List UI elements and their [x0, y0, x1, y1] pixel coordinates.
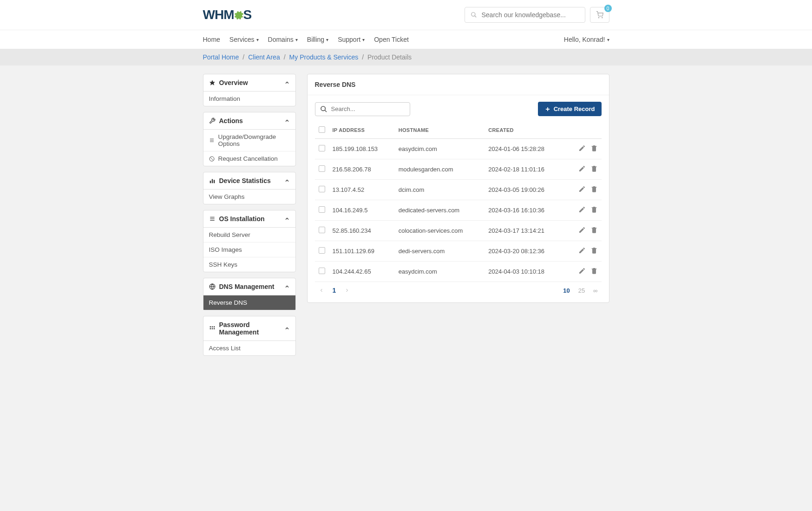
table-row: 104.244.42.65easydcim.com2024-04-03 10:1… — [315, 262, 602, 282]
sidebar-item-label: SSH Keys — [209, 261, 238, 268]
cell-host: modulesgarden.com — [395, 159, 485, 180]
pager-prev-icon[interactable] — [319, 288, 324, 293]
cell-host: dcim.com — [395, 180, 485, 200]
cart-button[interactable]: 0 — [590, 7, 609, 23]
item-icon — [209, 138, 215, 143]
panel-header-device-statistics[interactable]: Device Statistics — [203, 172, 295, 190]
table-search-input[interactable] — [331, 105, 409, 112]
row-checkbox[interactable] — [319, 145, 325, 151]
sidebar-item-upgrade-downgrade-options[interactable]: Upgrade/Downgrade Options — [203, 130, 295, 151]
svg-line-25 — [325, 110, 327, 112]
column-header[interactable]: CREATED — [485, 122, 564, 139]
table-search[interactable] — [315, 102, 410, 116]
create-record-button[interactable]: Create Record — [538, 102, 602, 116]
svg-rect-12 — [213, 180, 214, 183]
cell-created: 2024-03-16 16:10:36 — [485, 200, 564, 221]
delete-icon[interactable] — [590, 247, 598, 254]
panel-header-password-management[interactable]: Password Management — [203, 316, 295, 341]
row-checkbox[interactable] — [319, 247, 325, 254]
logo[interactable]: WHM S — [203, 7, 252, 22]
edit-icon[interactable] — [578, 165, 586, 172]
kb-search-input[interactable] — [482, 11, 579, 19]
pager-next-icon[interactable] — [344, 288, 350, 293]
sidebar-item-label: Rebuild Server — [209, 231, 250, 238]
select-all-checkbox[interactable] — [319, 126, 325, 133]
panel-header-dns-management[interactable]: DNS Management — [203, 278, 295, 295]
edit-icon[interactable] — [578, 247, 586, 254]
dns-management-icon — [209, 283, 216, 290]
dns-table: IP ADDRESSHOSTNAMECREATED 185.199.108.15… — [315, 122, 602, 282]
sidebar-item-information[interactable]: Information — [203, 92, 295, 106]
svg-point-2 — [598, 17, 599, 18]
nav-item-open-ticket[interactable]: Open Ticket — [374, 36, 409, 43]
sidebar-item-reverse-dns[interactable]: Reverse DNS — [203, 295, 295, 310]
chevron-down-icon: ▾ — [362, 37, 365, 42]
chevron-up-icon — [284, 284, 290, 289]
row-checkbox[interactable] — [319, 165, 325, 172]
device-statistics-icon — [209, 177, 216, 184]
delete-icon[interactable] — [590, 206, 598, 213]
column-header[interactable]: IP ADDRESS — [329, 122, 395, 139]
edit-icon[interactable] — [578, 185, 586, 193]
sidebar-item-rebuild-server[interactable]: Rebuild Server — [203, 228, 295, 242]
column-header[interactable]: HOSTNAME — [395, 122, 485, 139]
nav-item-support[interactable]: Support▾ — [338, 36, 365, 43]
delete-icon[interactable] — [590, 226, 598, 234]
nav-item-domains[interactable]: Domains▾ — [268, 36, 298, 43]
panel-title: OS Installation — [219, 215, 265, 223]
os-installation-icon — [209, 216, 216, 222]
edit-icon[interactable] — [578, 144, 586, 152]
delete-icon[interactable] — [590, 267, 598, 275]
pager-current[interactable]: 1 — [333, 287, 336, 294]
breadcrumb-link[interactable]: My Products & Services — [289, 53, 359, 61]
sidebar-item-label: Information — [209, 95, 241, 102]
edit-icon[interactable] — [578, 226, 586, 234]
sidebar-item-ssh-keys[interactable]: SSH Keys — [203, 257, 295, 272]
page-size-option[interactable]: 25 — [578, 287, 585, 294]
sidebar-item-label: Access List — [209, 345, 241, 352]
chevron-up-icon — [284, 80, 290, 85]
edit-icon[interactable] — [578, 267, 586, 275]
sidebar-item-iso-images[interactable]: ISO Images — [203, 242, 295, 257]
breadcrumb-link[interactable]: Portal Home — [203, 53, 239, 61]
panel-header-overview[interactable]: Overview — [203, 74, 295, 92]
page-size-option[interactable]: ∞ — [593, 287, 597, 294]
delete-icon[interactable] — [590, 165, 598, 172]
table-row: 185.199.108.153easydcim.com2024-01-06 15… — [315, 139, 602, 159]
row-checkbox[interactable] — [319, 206, 325, 213]
row-checkbox[interactable] — [319, 227, 325, 233]
cart-icon — [596, 11, 603, 19]
page-size-option[interactable]: 10 — [563, 287, 570, 294]
panel-header-os-installation[interactable]: OS Installation — [203, 210, 295, 228]
svg-point-3 — [602, 17, 602, 18]
sidebar-item-view-graphs[interactable]: View Graphs — [203, 190, 295, 204]
sidebar-item-access-list[interactable]: Access List — [203, 341, 295, 355]
svg-rect-22 — [211, 328, 212, 329]
nav-item-home[interactable]: Home — [203, 36, 220, 43]
user-menu[interactable]: Hello, Konrad! ▾ — [564, 36, 609, 43]
cell-created: 2024-03-20 08:12:36 — [485, 241, 564, 262]
breadcrumb-link[interactable]: Client Area — [248, 53, 280, 61]
row-checkbox[interactable] — [319, 186, 325, 192]
sidebar-item-request-cancellation[interactable]: Request Cancellation — [203, 151, 295, 166]
panel-header-actions[interactable]: Actions — [203, 112, 295, 130]
actions-icon — [209, 118, 216, 124]
svg-rect-10 — [210, 181, 210, 183]
cell-host: easydcim.com — [395, 139, 485, 159]
edit-icon[interactable] — [578, 206, 586, 213]
cell-host: dedi-servers.com — [395, 241, 485, 262]
table-row: 104.16.249.5dedicated-servers.com2024-03… — [315, 200, 602, 221]
delete-icon[interactable] — [590, 144, 598, 152]
cell-created: 2024-03-17 13:14:21 — [485, 221, 564, 241]
row-checkbox[interactable] — [319, 268, 325, 274]
cell-created: 2024-02-18 11:01:16 — [485, 159, 564, 180]
nav-item-billing[interactable]: Billing▾ — [307, 36, 328, 43]
svg-line-9 — [210, 157, 213, 160]
kb-search-box[interactable] — [465, 7, 585, 23]
cart-badge: 0 — [604, 5, 612, 12]
nav-item-services[interactable]: Services▾ — [229, 36, 259, 43]
overview-icon — [209, 79, 216, 86]
chevron-down-icon: ▾ — [607, 37, 609, 42]
delete-icon[interactable] — [590, 185, 598, 193]
chevron-down-icon: ▾ — [256, 37, 259, 42]
